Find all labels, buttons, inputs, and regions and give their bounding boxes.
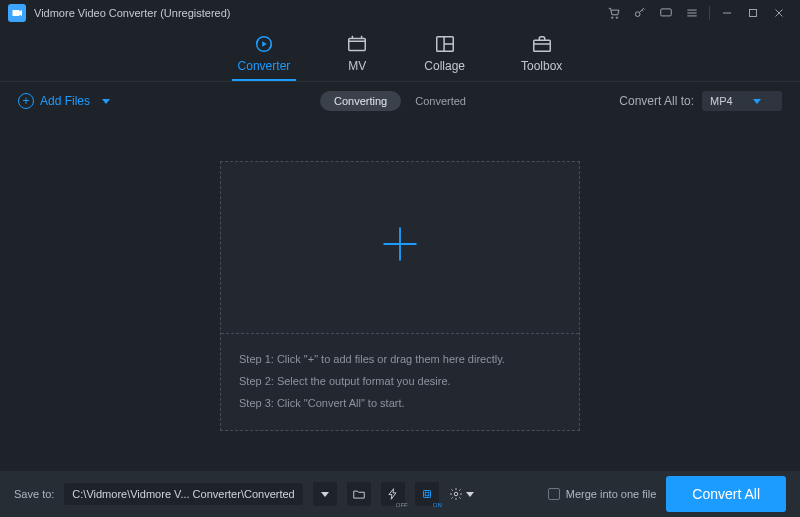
- status-segment: Converting Converted: [320, 91, 480, 111]
- chip-icon: [420, 487, 434, 501]
- chevron-down-icon: [102, 99, 110, 104]
- add-files-button[interactable]: + Add Files: [18, 93, 110, 109]
- tab-label: Collage: [424, 59, 465, 73]
- tab-mv[interactable]: MV: [346, 33, 368, 81]
- svg-point-0: [612, 17, 613, 18]
- tab-converter[interactable]: Converter: [238, 33, 291, 81]
- main-tabs: Converter MV Collage Toolbox: [0, 26, 800, 82]
- maximize-button[interactable]: [740, 0, 766, 26]
- output-format-select[interactable]: MP4: [702, 91, 782, 111]
- convert-all-button[interactable]: Convert All: [666, 476, 786, 512]
- svg-rect-8: [533, 40, 550, 51]
- feedback-icon[interactable]: [653, 0, 679, 26]
- toolbox-icon: [531, 33, 553, 55]
- dropzone-add-area[interactable]: [221, 162, 579, 334]
- chevron-down-icon: [466, 492, 474, 497]
- footer-bar: Save to: C:\Vidmore\Vidmore V... Convert…: [0, 471, 800, 517]
- toolbar: + Add Files Converting Converted Convert…: [0, 82, 800, 120]
- svg-point-11: [454, 492, 458, 496]
- hs-on-badge: ON: [433, 502, 442, 508]
- convert-all-to-label: Convert All to:: [619, 94, 694, 108]
- save-to-path-dropdown[interactable]: [313, 482, 337, 506]
- svg-point-2: [635, 12, 640, 17]
- open-folder-button[interactable]: [347, 482, 371, 506]
- converter-icon: [253, 33, 275, 55]
- dropzone: Step 1: Click "+" to add files or drag t…: [220, 161, 580, 431]
- dropzone-instructions: Step 1: Click "+" to add files or drag t…: [221, 334, 579, 430]
- hw-accel-toggle[interactable]: OFF: [381, 482, 405, 506]
- seg-converted[interactable]: Converted: [401, 91, 480, 111]
- merge-checkbox[interactable]: Merge into one file: [548, 488, 657, 500]
- chevron-down-icon: [753, 99, 761, 104]
- save-to-path-box[interactable]: C:\Vidmore\Vidmore V... Converter\Conver…: [64, 483, 302, 505]
- chevron-down-icon: [321, 492, 329, 497]
- plus-icon: [378, 222, 422, 273]
- menu-icon[interactable]: [679, 0, 705, 26]
- settings-button[interactable]: [449, 482, 474, 506]
- titlebar-divider: [709, 6, 710, 20]
- close-button[interactable]: [766, 0, 792, 26]
- tab-label: Converter: [238, 59, 291, 73]
- seg-converting[interactable]: Converting: [320, 91, 401, 111]
- tab-collage[interactable]: Collage: [424, 33, 465, 81]
- folder-icon: [352, 487, 366, 501]
- title-bar: Vidmore Video Converter (Unregistered): [0, 0, 800, 26]
- tab-label: MV: [348, 59, 366, 73]
- gear-icon: [449, 487, 463, 501]
- step-text: Step 2: Select the output format you des…: [239, 370, 561, 392]
- output-format-value: MP4: [710, 95, 733, 107]
- save-to-label: Save to:: [14, 488, 54, 500]
- tab-label: Toolbox: [521, 59, 562, 73]
- svg-rect-9: [423, 491, 430, 498]
- workspace: Step 1: Click "+" to add files or drag t…: [0, 120, 800, 471]
- svg-rect-4: [750, 10, 757, 17]
- cart-icon[interactable]: [601, 0, 627, 26]
- merge-label: Merge into one file: [566, 488, 657, 500]
- svg-point-1: [616, 17, 617, 18]
- minimize-button[interactable]: [714, 0, 740, 26]
- checkbox-box: [548, 488, 560, 500]
- save-to-path-value: C:\Vidmore\Vidmore V... Converter\Conver…: [72, 488, 294, 500]
- window-title: Vidmore Video Converter (Unregistered): [34, 7, 230, 19]
- step-text: Step 1: Click "+" to add files or drag t…: [239, 348, 561, 370]
- collage-icon: [434, 33, 456, 55]
- tab-toolbox[interactable]: Toolbox: [521, 33, 562, 81]
- high-speed-toggle[interactable]: ON: [415, 482, 439, 506]
- key-icon[interactable]: [627, 0, 653, 26]
- svg-rect-10: [425, 492, 429, 496]
- svg-rect-6: [349, 39, 366, 51]
- step-text: Step 3: Click "Convert All" to start.: [239, 392, 561, 414]
- hw-off-badge: OFF: [396, 502, 408, 508]
- app-logo: [8, 4, 26, 22]
- mv-icon: [346, 33, 368, 55]
- bolt-icon: [386, 487, 400, 501]
- add-files-label: Add Files: [40, 94, 90, 108]
- plus-circle-icon: +: [18, 93, 34, 109]
